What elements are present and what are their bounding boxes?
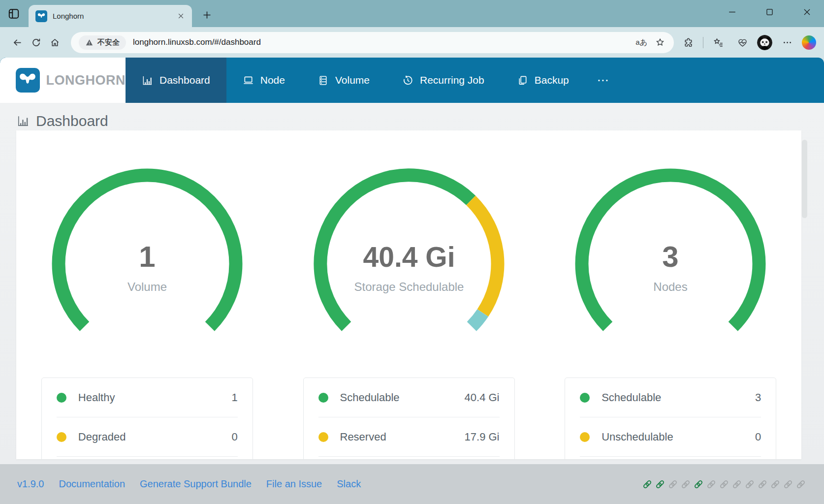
tab-title: Longhorn <box>53 12 174 20</box>
legend-dot <box>318 432 328 442</box>
chain-link-icon-3[interactable] <box>667 478 679 490</box>
back-icon[interactable] <box>8 33 27 52</box>
gauge-column-3: 3NodesSchedulable3Unschedulable0 <box>539 130 801 459</box>
url-text[interactable]: longhorn.linuxsb.com/#/dashboard <box>133 37 635 47</box>
gauge-center-label: Volume <box>127 280 167 293</box>
gauge-chart-storage-schedulable: 40.4 GiStorage Schedulable <box>306 160 512 367</box>
longhorn-app: LONGHORN DashboardNodeVolumeRecurring Jo… <box>0 58 824 504</box>
favorite-star-icon[interactable] <box>654 36 666 48</box>
maximize-icon[interactable] <box>763 5 776 18</box>
nav-item-dashboard[interactable]: Dashboard <box>126 58 226 103</box>
legend-row-degraded: Degraded0 <box>57 417 238 457</box>
chain-link-icon-11[interactable] <box>769 478 781 490</box>
nav-item-label: Volume <box>335 74 370 86</box>
legend-label: Healthy <box>78 391 232 404</box>
brand[interactable]: LONGHORN <box>0 58 126 103</box>
extensions-icon[interactable] <box>679 33 697 52</box>
browser-essentials-icon[interactable] <box>733 33 752 52</box>
legend-row-healthy: Healthy1 <box>57 378 238 417</box>
chain-link-icon-6[interactable] <box>705 478 717 490</box>
top-nav: LONGHORN DashboardNodeVolumeRecurring Jo… <box>0 58 824 103</box>
nav-item-label: ⋯ <box>597 73 610 87</box>
legend-dot <box>580 393 590 403</box>
chain-link-icon-12[interactable] <box>782 478 794 490</box>
nav-item-label: Node <box>260 74 285 86</box>
legend-value: 17.9 Gi <box>465 431 500 443</box>
bar-chart-icon <box>17 115 30 127</box>
nav-item-backup[interactable]: Backup <box>501 58 585 103</box>
new-tab-icon[interactable] <box>200 8 214 22</box>
security-chip[interactable]: 不安全 <box>79 35 126 50</box>
nav-item-volume[interactable]: Volume <box>301 58 386 103</box>
browser-window: Longhorn <box>0 0 824 504</box>
legend-label: Schedulable <box>602 391 755 404</box>
security-chip-label: 不安全 <box>97 38 120 47</box>
gauge-column-1: 1VolumeHealthy1Degraded0 <box>16 130 278 459</box>
dashboard-panel: 1VolumeHealthy1Degraded040.4 GiStorage S… <box>16 130 801 459</box>
window-controls <box>726 5 813 18</box>
home-icon[interactable] <box>45 33 64 52</box>
brand-text: LONGHORN <box>46 73 126 88</box>
chain-link-icon-4[interactable] <box>680 478 692 490</box>
close-icon[interactable] <box>800 5 813 18</box>
gauge-center-label: Nodes <box>653 280 687 293</box>
gauge-chart-volume: 1Volume <box>44 160 251 367</box>
legend-row-schedulable: Schedulable40.4 Gi <box>318 378 500 417</box>
legend-value: 1 <box>232 391 238 404</box>
footer-chain-icons <box>641 478 807 490</box>
tab-close-icon[interactable] <box>174 10 187 23</box>
dashboard-content: Dashboard 1VolumeHealthy1Degraded040.4 G… <box>0 103 824 464</box>
profile-avatar[interactable] <box>757 35 772 50</box>
nav-items: DashboardNodeVolumeRecurring JobBackup⋯ <box>126 58 622 103</box>
toolbar-right-icons <box>679 33 816 52</box>
legend-dot <box>57 393 66 403</box>
legend-value: 3 <box>755 391 761 404</box>
page-wrap: LONGHORN DashboardNodeVolumeRecurring Jo… <box>0 58 824 504</box>
chain-link-icon-8[interactable] <box>731 478 743 490</box>
chain-link-icon-2-active[interactable] <box>654 478 666 490</box>
translate-icon[interactable]: aあ <box>635 38 647 47</box>
gauge-segment-reserved <box>471 200 497 313</box>
version-label[interactable]: v1.9.0 <box>17 478 44 490</box>
longhorn-logo-icon <box>16 68 40 93</box>
legend-dot <box>318 393 328 403</box>
footer-link-generate-support-bundle[interactable]: Generate Support Bundle <box>140 478 252 490</box>
nav-item-node[interactable]: Node <box>226 58 301 103</box>
legend-dot <box>580 432 590 442</box>
legend-value: 40.4 Gi <box>465 391 500 404</box>
gauge-segment-used <box>472 313 483 327</box>
copilot-icon[interactable] <box>802 35 816 50</box>
browser-tab[interactable]: Longhorn <box>29 5 192 27</box>
chain-link-icon-13[interactable] <box>795 478 807 490</box>
nav-item-more[interactable]: ⋯ <box>585 58 622 103</box>
scrollbar-thumb[interactable] <box>802 140 807 218</box>
gauge-center-value: 1 <box>139 240 155 273</box>
footer-links: v1.9.0 DocumentationGenerate Support Bun… <box>17 478 361 490</box>
settings-more-icon[interactable] <box>778 33 796 52</box>
toolbar-divider <box>703 37 703 48</box>
address-bar[interactable]: 不安全 longhorn.linuxsb.com/#/dashboard aあ <box>71 32 674 53</box>
chain-link-icon-5-active[interactable] <box>693 478 704 490</box>
chain-link-icon-1-active[interactable] <box>641 478 653 490</box>
chain-link-icon-10[interactable] <box>757 478 768 490</box>
footer-link-slack[interactable]: Slack <box>337 478 361 490</box>
nav-item-label: Backup <box>535 74 569 86</box>
legend-row-schedulable: Schedulable3 <box>580 378 761 417</box>
nav-item-recurring-job[interactable]: Recurring Job <box>386 58 501 103</box>
longhorn-favicon-icon <box>35 10 47 22</box>
chain-link-icon-7[interactable] <box>718 478 730 490</box>
bar-chart-icon <box>142 75 153 86</box>
favorites-icon[interactable] <box>709 33 728 52</box>
warning-icon <box>85 38 94 47</box>
footer-link-documentation[interactable]: Documentation <box>59 478 125 490</box>
reload-icon[interactable] <box>27 33 45 52</box>
gauge-chart-nodes: 3Nodes <box>567 160 774 367</box>
legend-label: Degraded <box>78 431 232 443</box>
tab-actions-icon[interactable] <box>6 6 21 21</box>
chain-link-icon-9[interactable] <box>744 478 756 490</box>
legend-label: Reserved <box>340 431 465 443</box>
footer-link-file-an-issue[interactable]: File an Issue <box>266 478 322 490</box>
minimize-icon[interactable] <box>726 5 738 18</box>
footer: v1.9.0 DocumentationGenerate Support Bun… <box>0 464 824 504</box>
gauge-center-value: 3 <box>662 240 678 273</box>
